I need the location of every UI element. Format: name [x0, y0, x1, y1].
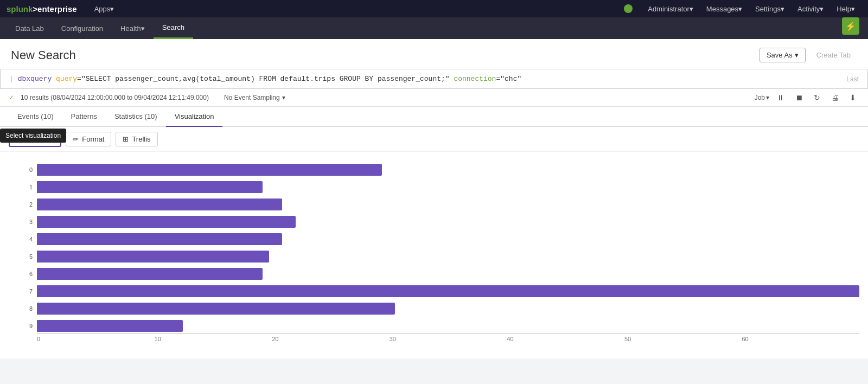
data-lab-nav[interactable]: Data Lab — [7, 17, 53, 39]
command-token: dbxquery — [18, 75, 52, 83]
tab-events[interactable]: Events (10) — [9, 107, 62, 127]
check-icon: ✓ — [9, 94, 14, 101]
table-row: 2 — [22, 197, 859, 212]
trellis-icon: ⊞ — [123, 135, 129, 143]
last-label: Last — [846, 75, 859, 83]
help-menu[interactable]: Help ▾ — [830, 0, 861, 17]
sampling-chevron-icon: ▾ — [282, 94, 285, 101]
format-button[interactable]: ✏ Format — [66, 132, 111, 146]
administrator-menu[interactable]: Administrator ▾ — [641, 0, 700, 17]
page-title: New Search — [11, 48, 76, 62]
top-nav: splunk>enterprise Apps ▾ Administrator ▾… — [0, 0, 868, 17]
download-button[interactable]: ⬇ — [846, 92, 859, 103]
configuration-nav[interactable]: Configuration — [53, 17, 112, 39]
refresh-button[interactable]: ↻ — [810, 92, 824, 103]
settings-menu[interactable]: Settings ▾ — [749, 0, 791, 17]
print-button[interactable]: 🖨 — [828, 92, 842, 103]
apps-menu[interactable]: Apps ▾ — [88, 0, 121, 17]
sampling-selector[interactable]: No Event Sampling ▾ — [224, 94, 285, 101]
table-row: 5 — [22, 249, 859, 264]
table-row: 0 — [22, 163, 859, 177]
table-row: 6 — [22, 267, 859, 281]
query-attr: query — [56, 75, 77, 83]
result-count: 10 results (08/04/2024 12:00:00.000 to 0… — [21, 94, 209, 101]
table-row: 8 — [22, 302, 859, 316]
results-bar: ✓ 10 results (08/04/2024 12:00:00.000 to… — [0, 89, 868, 107]
format-icon: ✏ — [73, 135, 79, 143]
chart-area: 0123456789 0102030405060 — [0, 152, 868, 359]
connection-value: "chc" — [500, 75, 521, 83]
search-nav[interactable]: Search — [154, 17, 193, 39]
logo[interactable]: splunk>enterprise — [7, 4, 77, 14]
tab-patterns[interactable]: Patterns — [62, 107, 105, 127]
connection-attr: connection — [454, 75, 496, 83]
query-value: "SELECT passenger_count,avg(total_amount… — [81, 75, 450, 83]
table-row: 3 — [22, 215, 859, 229]
tooltip-box: Select visualization — [0, 129, 66, 143]
activity-menu[interactable]: Activity ▾ — [791, 0, 830, 17]
trellis-button[interactable]: ⊞ Trellis — [116, 132, 157, 146]
table-row: 1 — [22, 180, 859, 194]
header-actions: Save As ▾ Create Tab — [760, 48, 857, 62]
messages-menu[interactable]: Messages ▾ — [700, 0, 749, 17]
stop-button[interactable]: ⏹ — [792, 92, 806, 103]
page-header: New Search Save As ▾ Create Tab — [0, 39, 868, 69]
health-nav[interactable]: Health ▾ — [112, 17, 154, 39]
job-button[interactable]: Job ▾ — [755, 94, 769, 101]
search-bar: | dbxquery query = "SELECT passenger_cou… — [0, 69, 868, 89]
pipe-symbol: | — [9, 75, 14, 83]
tab-statistics[interactable]: Statistics (10) — [106, 107, 166, 127]
table-row: 4 — [22, 232, 859, 246]
x-axis: 0102030405060 — [37, 333, 859, 342]
tabs-row: Select visualization Events (10) Pattern… — [0, 107, 868, 127]
create-tab-button[interactable]: Create Tab — [810, 48, 857, 62]
table-row: 7 — [22, 284, 859, 298]
tab-visualization[interactable]: Visualization — [166, 107, 223, 127]
table-row: 9 — [22, 319, 859, 333]
bar-chart: 0123456789 — [22, 161, 859, 333]
status-indicator — [624, 4, 633, 13]
secondary-nav: Data Lab Configuration Health ▾ Search ⚡ — [0, 17, 868, 39]
pause-button[interactable]: ⏸ — [774, 92, 788, 103]
save-as-button[interactable]: Save As ▾ — [760, 48, 806, 62]
app-icon[interactable]: ⚡ — [842, 17, 859, 35]
visualization-toolbar: ≡ Bar Chart ✏ Format ⊞ Trellis — [0, 127, 868, 152]
